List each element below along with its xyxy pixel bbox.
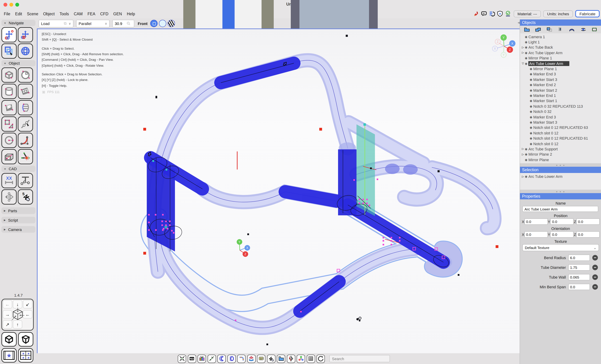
group-icon[interactable] [535,27,541,32]
zoom-field[interactable] [112,20,134,27]
cad-section[interactable]: ▼CAD [1,166,35,172]
tree-row[interactable]: ◉Marker End 3 [520,71,601,77]
collapsed-section-Script[interactable]: ▶Script [1,217,35,223]
param-knob[interactable] [592,265,598,270]
selection-row[interactable]: ▷◉Arc Tube Lower Arm [520,174,601,179]
surface-icon[interactable] [569,27,575,32]
mirror-tool[interactable] [1,189,17,205]
snap-line-icon[interactable] [208,354,216,363]
shapes-tool[interactable] [1,116,17,132]
selection-panel-header[interactable]: Selection [520,167,601,173]
tree-row[interactable]: ◉Notch slot 0 12 REPLICATED 63 [520,125,601,130]
render-tv-icon[interactable] [198,354,206,363]
collapsed-section-Parts[interactable]: ▶Parts [1,207,35,214]
tree-row[interactable]: ▽◉Arc Tube Lower Arm [520,61,601,66]
chat-icon[interactable] [481,10,487,17]
param-input[interactable] [568,274,590,280]
cylinder-o-icon[interactable] [227,354,236,363]
nav-left-button[interactable]: ← [3,300,12,308]
sync-icon[interactable] [489,10,495,17]
box-tube-tool[interactable] [1,149,17,164]
units-button[interactable]: Units: inches [543,10,573,17]
menu-item[interactable]: Tools [60,12,69,16]
menu-item[interactable]: File [4,12,10,16]
lathe-tool[interactable] [18,100,33,115]
orientation-z-input[interactable] [576,231,600,238]
plain-sphere-icon[interactable] [159,20,166,27]
orientation-y-input[interactable] [551,231,574,238]
properties-panel-header[interactable]: Properties [520,193,601,200]
menu-item[interactable]: Help [127,12,135,16]
tree-row[interactable]: ◉Mirror Plane 1 [520,66,601,72]
position-y-input[interactable] [551,219,574,225]
rocket-icon[interactable] [473,10,479,17]
axis-light-tool[interactable] [18,149,33,164]
param-knob[interactable] [592,255,598,261]
tree-row[interactable]: ◉Notch 0 32 REPLICATED 113 [520,104,601,109]
menu-item[interactable]: CAM [74,12,83,16]
menu-item[interactable]: GEN [113,12,122,16]
fabricate-button[interactable]: Fabricate [575,10,600,17]
menu-item[interactable]: Scene [27,12,38,16]
tree-row[interactable]: ◉Notch 0 32 [520,109,601,114]
cube-persp-view-icon[interactable] [18,332,33,347]
unfold-icon[interactable] [247,354,255,363]
projection-dropdown[interactable]: Parallel ∨ [76,20,110,27]
quad-view-stars-icon[interactable]: ★★★★ [18,348,33,363]
tree-row[interactable]: ◉Marker Start 2 [520,87,601,93]
param-knob[interactable] [592,275,598,280]
nav-left2-button[interactable]: ← [23,310,32,318]
g-tag-icon[interactable]: G [257,354,265,363]
orientation-x-input[interactable] [524,231,548,238]
shader-sh-icon[interactable]: Sh [188,354,196,363]
tree-row[interactable]: ◉Marker End 2 [520,82,601,87]
param-input[interactable] [568,265,590,271]
tree-row[interactable]: ▷◉Arc Tube Support [520,146,601,152]
cylinder-tool[interactable] [1,84,17,99]
collapse-panel-icon[interactable]: ◀ [518,21,520,24]
mesh-plane-tool[interactable] [1,100,17,115]
tube-corner-icon[interactable] [237,354,246,363]
object-section[interactable]: ▼Object [1,60,35,66]
origin-axis-gizmo[interactable]: Y X Z [237,239,250,257]
texture-dropdown[interactable]: Default Texture⌄ [522,244,599,251]
replicate-5-tool[interactable]: 5 [18,189,33,205]
grid-plane-tool[interactable] [18,84,33,99]
tree-row[interactable]: ◉Camera 1 [520,34,601,39]
bend-c-icon[interactable] [217,354,226,363]
load-dropdown[interactable]: Load ⧉ ∨ [39,20,73,27]
revolve-icon[interactable] [580,27,586,32]
orbit-globe-tool[interactable] [18,43,33,59]
mirror-off-icon[interactable] [287,354,295,363]
refresh-icon[interactable] [317,354,325,363]
cube-solid-view-icon[interactable] [1,332,17,347]
menu-item[interactable]: CFD [100,12,108,16]
marquee-icon[interactable] [592,27,597,32]
menu-item[interactable]: Edit [15,12,22,16]
param-knob[interactable] [592,284,598,290]
pan-tool[interactable] [18,27,33,42]
grid-icon[interactable] [307,354,315,363]
tree-row[interactable]: ◉Mirror Plane 1 [520,55,601,61]
cube-tool[interactable] [1,67,17,83]
tree-row[interactable]: ▷◉Arc Tube Back [520,45,601,50]
tree-row[interactable]: ◉Marker End 1 [520,93,601,98]
tree-row[interactable]: ◉Notch slot 0 12 REPLICATED 61 [520,136,601,141]
axis-xyz-icon[interactable]: YZX [297,354,305,363]
tree-row[interactable]: ▷◉Arc Tube Upper Arm [520,50,601,55]
tangent-node-tool[interactable] [18,173,33,188]
orientation-cube[interactable] [11,308,24,322]
material-button[interactable]: Material: --- [514,10,541,17]
dimension-xx-tool[interactable]: XX [1,173,17,188]
zebra-sphere-icon[interactable] [168,20,175,27]
nav-down-button[interactable]: ↓ [13,300,22,308]
pan-select-tool[interactable] [1,27,17,42]
tree-row[interactable]: ◉Mirror Plane [520,157,601,162]
subtract-icon[interactable] [547,27,552,32]
tree-row[interactable]: ◉Marker Start 3 [520,77,601,82]
navigate-section[interactable]: ▼Navigate [1,20,35,26]
nav-downleft-button[interactable]: ↙ [23,300,32,308]
param-input[interactable] [568,284,590,290]
shaded-sphere-icon[interactable] [150,20,158,27]
bezier-tool[interactable] [18,133,33,148]
